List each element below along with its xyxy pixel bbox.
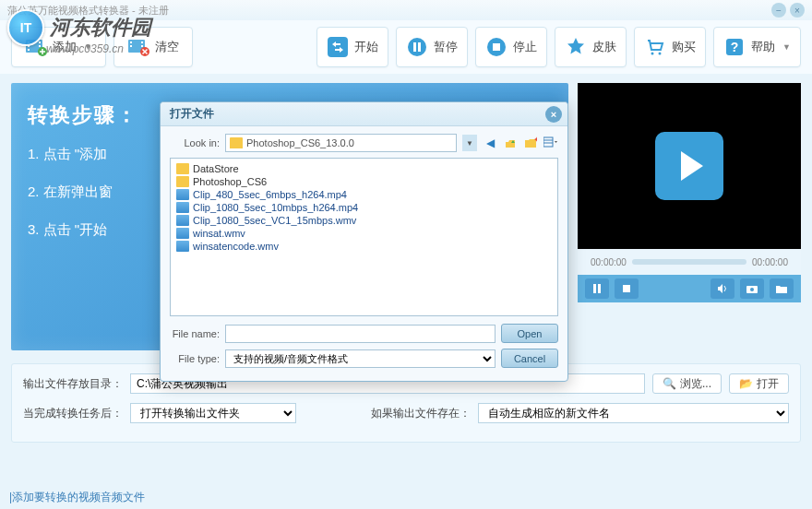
filetype-select[interactable]: 支持的视频/音频文件格式 <box>225 349 496 368</box>
stop-icon <box>485 36 508 58</box>
svg-point-20 <box>651 53 654 55</box>
video-file-icon <box>176 241 189 252</box>
lookin-dropdown-button[interactable]: ▼ <box>462 135 477 151</box>
pv-volume-button[interactable] <box>710 278 734 299</box>
nav-newfolder-icon[interactable]: ✦ <box>523 136 538 150</box>
svg-rect-19 <box>493 43 500 51</box>
nav-back-icon[interactable]: ◀ <box>483 136 497 150</box>
svg-rect-4 <box>39 41 41 43</box>
time-start: 00:00:00 <box>591 257 627 267</box>
title-bar: 蒲公英万能视频格式转换器 - 未注册 − × <box>0 0 812 20</box>
svg-rect-10 <box>130 45 132 47</box>
pv-folder-button[interactable] <box>770 278 794 299</box>
status-bar: |添加要转换的视频音频文件 <box>9 490 145 505</box>
svg-rect-9 <box>130 41 132 43</box>
stop-label: 停止 <box>513 39 537 55</box>
svg-point-28 <box>750 288 754 291</box>
svg-rect-14 <box>328 37 348 57</box>
output-dir-label: 输出文件存放目录： <box>23 376 123 392</box>
chevron-down-icon: ▼ <box>84 42 92 52</box>
folder-icon <box>176 163 189 174</box>
browse-button[interactable]: 🔍 浏览... <box>652 373 722 394</box>
list-item[interactable]: DataStore <box>174 162 554 175</box>
svg-rect-2 <box>28 45 30 47</box>
help-icon: ? <box>723 36 746 58</box>
list-item[interactable]: winsatencode.wmv <box>174 240 554 253</box>
pause-icon <box>406 36 428 58</box>
main-toolbar: 添加 ▼ 清空 开始 暂停 停止 皮肤 购买 <box>0 20 812 74</box>
clear-film-icon <box>127 36 149 58</box>
after-task-select[interactable]: 打开转换输出文件夹 <box>130 403 296 423</box>
svg-rect-30 <box>543 137 553 147</box>
chevron-down-icon: ▼ <box>782 42 791 52</box>
pv-stop-button[interactable] <box>615 278 639 299</box>
list-item[interactable]: Clip_480_5sec_6mbps_h264.mp4 <box>174 188 554 201</box>
pv-snapshot-button[interactable] <box>740 278 764 299</box>
file-list[interactable]: DataStore Photoshop_CS6 Clip_480_5sec_6m… <box>170 158 558 316</box>
time-end: 00:00:00 <box>752 257 788 267</box>
pv-pause-button[interactable] <box>585 278 609 299</box>
list-item[interactable]: Clip_1080_5sec_10mbps_h264.mp4 <box>174 201 554 214</box>
dialog-titlebar[interactable]: 打开文件 × <box>161 102 567 126</box>
lookin-label: Look in: <box>170 137 220 148</box>
play-icon <box>655 132 723 200</box>
preview-video[interactable] <box>578 83 801 249</box>
add-button[interactable]: 添加 ▼ <box>11 27 106 67</box>
svg-rect-11 <box>141 41 143 43</box>
list-item[interactable]: winsat.wmv <box>174 227 554 240</box>
list-item[interactable]: Clip_1080_5sec_VC1_15mbps.wmv <box>174 214 554 227</box>
svg-rect-3 <box>28 49 30 51</box>
preview-panel: 00:00:00 00:00:00 <box>578 83 801 350</box>
window-title: 蒲公英万能视频格式转换器 - 未注册 <box>7 4 169 18</box>
stop-button[interactable]: 停止 <box>475 27 547 67</box>
add-film-icon <box>25 36 47 58</box>
file-open-dialog: 打开文件 × Look in: Photoshop_CS6_13.0.0 ▼ ◀… <box>160 101 568 382</box>
add-label: 添加 <box>53 39 77 55</box>
list-item[interactable]: Photoshop_CS6 <box>174 175 554 188</box>
clear-button[interactable]: 清空 <box>113 27 193 67</box>
open-folder-button[interactable]: 📂 打开 <box>729 373 789 394</box>
buy-button[interactable]: 购买 <box>634 27 706 67</box>
help-label: 帮助 <box>751 39 775 55</box>
start-label: 开始 <box>354 39 378 55</box>
clear-label: 清空 <box>155 39 179 55</box>
nav-up-icon[interactable] <box>503 136 518 150</box>
svg-rect-12 <box>141 45 143 47</box>
svg-rect-5 <box>39 45 41 47</box>
nav-viewmode-icon[interactable] <box>543 136 558 150</box>
folder-icon <box>176 176 189 187</box>
buy-label: 购买 <box>672 39 696 55</box>
svg-point-15 <box>408 38 426 56</box>
lookin-value: Photoshop_CS6_13.0.0 <box>246 137 452 148</box>
svg-rect-1 <box>28 41 30 43</box>
preview-controls <box>578 275 801 302</box>
dialog-close-button[interactable]: × <box>545 106 562 123</box>
filename-input[interactable] <box>225 325 496 343</box>
folder-open-icon: 📂 <box>739 377 753 390</box>
help-button[interactable]: ? 帮助 ▼ <box>713 27 801 67</box>
lookin-combo[interactable]: Photoshop_CS6_13.0.0 <box>225 134 457 152</box>
skin-label: 皮肤 <box>592 39 616 55</box>
close-button[interactable]: × <box>790 3 805 18</box>
svg-text:?: ? <box>731 40 739 54</box>
folder-icon <box>230 137 243 148</box>
star-icon <box>565 36 587 58</box>
seek-slider[interactable] <box>632 259 746 265</box>
cart-icon <box>644 36 666 58</box>
after-task-label: 当完成转换任务后： <box>23 406 123 421</box>
dialog-cancel-button[interactable]: Cancel <box>501 349 558 368</box>
minimize-button[interactable]: − <box>771 3 786 18</box>
dialog-open-button[interactable]: Open <box>501 324 558 343</box>
video-file-icon <box>176 202 189 213</box>
file-exists-select[interactable]: 自动生成相应的新文件名 <box>478 403 789 423</box>
filetype-label: File type: <box>170 353 220 364</box>
pause-button[interactable]: 暂停 <box>396 27 468 67</box>
start-button[interactable]: 开始 <box>316 27 388 67</box>
preview-slider-bar: 00:00:00 00:00:00 <box>578 249 801 275</box>
window-controls: − × <box>771 3 805 18</box>
skin-button[interactable]: 皮肤 <box>555 27 627 67</box>
svg-rect-24 <box>593 284 596 293</box>
pause-label: 暂停 <box>434 39 458 55</box>
convert-icon <box>327 36 349 58</box>
video-file-icon <box>176 228 189 239</box>
